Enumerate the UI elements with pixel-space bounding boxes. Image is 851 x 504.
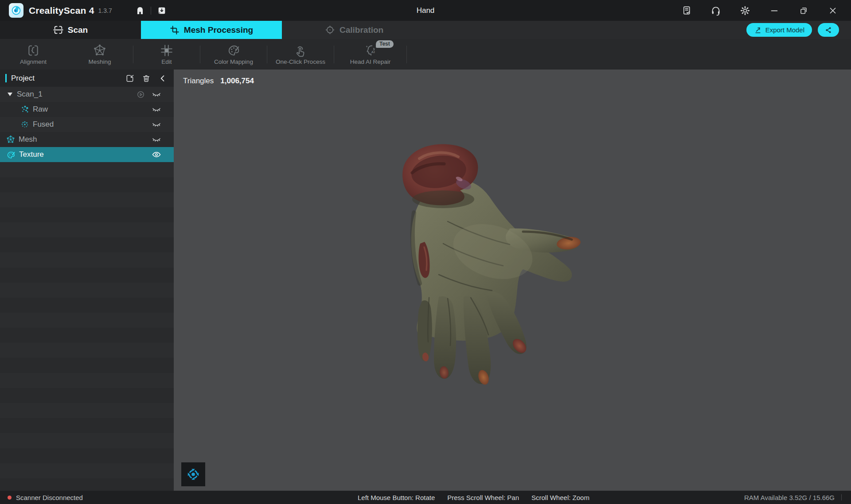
restore-icon[interactable] [789,0,818,21]
toolbar-one-click-process-label: One-Click Process [276,58,325,65]
crop-icon [170,25,180,35]
tree-item-scan-1[interactable]: Scan_1 [0,87,174,102]
eye-closed-icon[interactable] [152,105,161,113]
app-logo-icon [9,3,23,18]
tab-mesh-processing[interactable]: Mesh Processing [141,21,282,39]
export-model-button[interactable]: Export Model [746,23,812,37]
tree-item-fused[interactable]: Fused [0,117,174,132]
project-list-empty-area [0,162,174,491]
project-panel: Project [0,70,174,491]
share-button[interactable] [818,23,839,37]
viewport-3d[interactable]: Triangles 1,006,754 [174,70,851,491]
triangles-label: Triangles [183,77,214,85]
project-panel-title: Project [11,74,35,83]
delete-icon[interactable] [142,74,151,83]
import-file-icon[interactable] [157,6,167,16]
accent-bar [5,74,7,82]
tab-calibration-label: Calibration [340,25,383,35]
tab-calibration[interactable]: Calibration [325,21,383,39]
tree-item-label: Fused [33,120,54,129]
statusbar: Scanner Disconnected Left Mouse Button: … [0,491,851,504]
status-dot-icon [8,496,12,500]
color-mapping-palette-icon [227,44,240,57]
head-ai-repair-icon: AI [364,44,377,57]
reset-view-icon [187,468,200,481]
release-notes-icon[interactable] [672,0,701,21]
processing-toolbar: Alignment Meshing [0,39,851,70]
app-version: 1.3.7 [98,7,112,14]
toolbar-head-ai-repair-button[interactable]: Test AI Head AI Repair [334,39,406,70]
minimize-icon[interactable] [760,0,789,21]
share-icon [824,26,832,34]
settings-gear-icon[interactable] [730,0,760,21]
eye-closed-icon[interactable] [152,90,161,98]
tree-item-label: Raw [33,105,48,114]
test-badge: Test [376,40,394,48]
toolbar-divider [406,46,407,63]
tab-scan[interactable]: Scan [0,21,141,39]
support-headset-icon[interactable] [701,0,730,21]
one-click-process-icon [294,44,307,57]
tree-item-mesh[interactable]: Mesh [0,132,174,147]
reset-view-button[interactable] [181,462,205,486]
mode-tab-bar: Scan Mesh Processing Calibration [0,21,851,39]
triangle-count: Triangles 1,006,754 [183,77,254,85]
export-icon [754,26,762,34]
hint-zoom: Scroll Wheel: Zoom [531,494,589,501]
expand-triangle-icon[interactable] [6,93,13,96]
titlebar: CrealityScan 4 1.3.7 Hand [0,0,851,21]
scanner-status-label: Scanner Disconnected [16,494,83,501]
toolbar-edit-button[interactable]: Edit [133,39,200,70]
ram-available-label: RAM Available 3.52G / 15.66G [744,494,835,501]
tree-item-label: Scan_1 [17,90,43,99]
meshing-icon [93,44,106,57]
toolbar-head-ai-repair-label: Head AI Repair [350,58,391,65]
mesh-icon [6,135,15,144]
project-panel-header: Project [0,70,174,87]
toolbar-meshing-label: Meshing [88,58,111,65]
scanner-status: Scanner Disconnected [0,494,83,501]
tree-item-label: Mesh [19,135,37,144]
app-name: CrealityScan 4 [29,5,94,16]
titlebar-nav [135,0,167,21]
toolbar-meshing-button[interactable]: Meshing [66,39,133,70]
svg-text:AI: AI [371,50,375,54]
toolbar-edit-label: Edit [161,58,172,65]
titlebar-divider [151,7,151,15]
eye-closed-icon[interactable] [152,120,161,128]
eye-closed-icon[interactable] [152,136,161,143]
point-cloud-icon [20,105,29,114]
statusbar-divider [841,494,842,500]
alignment-icon [27,44,40,57]
scan-frame-icon [53,25,63,35]
toolbar-color-mapping-button[interactable]: Color Mapping [200,39,267,70]
tabrow-actions: Export Model [746,21,851,39]
app-window: CrealityScan 4 1.3.7 Hand [0,0,851,504]
home-icon[interactable] [135,6,145,16]
tree-item-raw[interactable]: Raw [0,102,174,117]
hint-rotate: Left Mouse Button: Rotate [358,494,435,501]
mouse-hints: Left Mouse Button: Rotate Press Scroll W… [358,491,589,504]
hand-model[interactable] [377,142,589,403]
play-circle-icon[interactable] [137,90,145,99]
collapse-panel-icon[interactable] [158,74,167,83]
toolbar-alignment-button[interactable]: Alignment [0,39,66,70]
eye-open-icon[interactable] [152,151,161,159]
toolbar-alignment-label: Alignment [20,58,47,65]
document-title: Hand [417,0,435,21]
triangles-value: 1,006,754 [220,77,254,85]
titlebar-actions [672,0,851,21]
close-icon[interactable] [818,0,847,21]
ram-status: RAM Available 3.52G / 15.66G [744,491,835,504]
tree-item-label: Texture [19,150,44,159]
tab-scan-label: Scan [68,25,88,35]
tab-mesh-processing-label: Mesh Processing [184,25,253,35]
tree-item-texture[interactable]: Texture [0,147,174,162]
new-project-icon[interactable] [125,74,134,83]
calibration-target-icon [325,25,335,35]
fused-cloud-icon [20,120,29,129]
export-model-label: Export Model [765,26,804,34]
texture-palette-icon [6,150,16,159]
toolbar-one-click-process-button[interactable]: One-Click Process [267,39,334,70]
toolbar-color-mapping-label: Color Mapping [214,58,253,65]
